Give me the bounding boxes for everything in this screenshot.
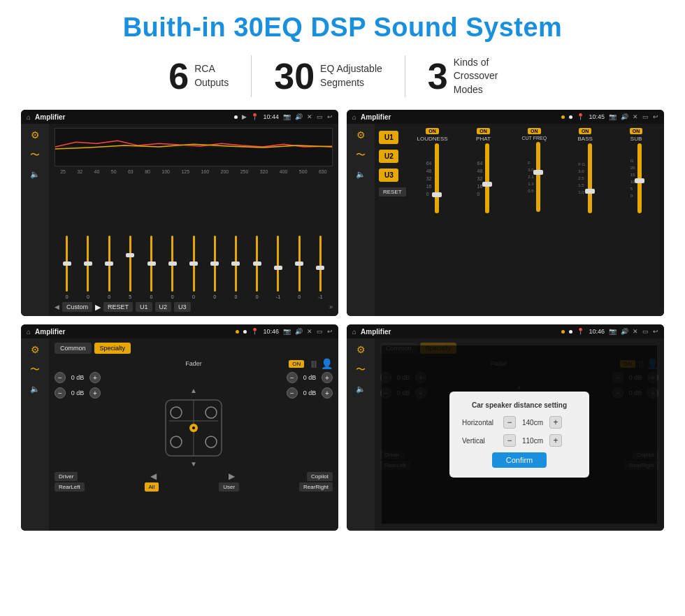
phat-track[interactable] — [485, 143, 489, 213]
volume-icon-4: 🔊 — [621, 328, 628, 335]
right-bottom-plus[interactable]: + — [322, 387, 333, 399]
eq-slider-11: -1 — [268, 236, 287, 299]
eq-custom-btn[interactable]: Custom — [62, 302, 92, 312]
dot-white-3 — [243, 330, 247, 334]
confirm-button[interactable]: Confirm — [492, 452, 547, 468]
bass-thumb[interactable] — [585, 189, 595, 194]
back-icon-4[interactable]: ↩ — [653, 328, 658, 335]
driver-btn[interactable]: Driver — [55, 472, 78, 481]
eq-thumb-2[interactable] — [84, 262, 92, 266]
eq-thumb-4[interactable] — [126, 253, 134, 257]
left-bottom-minus[interactable]: − — [55, 387, 66, 399]
home-icon[interactable]: ⌂ — [27, 113, 31, 121]
eq-slider-6: 0 — [163, 236, 182, 299]
crossover-sidebar-icon3[interactable]: 🔈 — [356, 170, 366, 179]
eq-slider-2: 0 — [78, 236, 97, 299]
vertical-plus-btn[interactable]: + — [549, 434, 562, 447]
distance-sidebar-icon1[interactable]: ⚙ — [356, 344, 366, 355]
channel-phat: ON PHAT 644832160 — [460, 128, 507, 312]
back-icon-2[interactable]: ↩ — [653, 113, 658, 120]
loudness-scale: 644832160 — [426, 161, 432, 196]
back-icon-3[interactable]: ↩ — [327, 328, 333, 335]
eq-u2-btn[interactable]: U2 — [155, 302, 172, 312]
fader-sidebar-icon2[interactable]: 〜 — [30, 364, 40, 376]
dialog-horizontal-row: Horizontal − 140cm + — [462, 416, 577, 429]
eq-thumb-1[interactable] — [63, 262, 71, 266]
eq-thumb-7[interactable] — [189, 262, 198, 266]
sub-track[interactable] — [637, 143, 642, 213]
eq-double-arrow[interactable]: » — [329, 303, 333, 310]
crossover-sidebar-icon1[interactable]: ⚙ — [356, 129, 366, 141]
left-top-minus[interactable]: − — [55, 372, 66, 383]
home-icon-4[interactable]: ⌂ — [352, 328, 356, 336]
rear-left-btn[interactable]: RearLeft — [55, 482, 85, 492]
sub-thumb[interactable] — [635, 178, 644, 183]
eq-play-btn[interactable]: ▶ — [95, 303, 101, 312]
u2-button[interactable]: U2 — [379, 150, 398, 163]
fader-tab-specialty[interactable]: Specialty — [94, 343, 131, 354]
left-arrow-btn[interactable]: ◀ — [150, 471, 157, 481]
battery-icon: ▭ — [317, 113, 323, 120]
distance-sidebar-icon2[interactable]: 〜 — [356, 364, 366, 376]
all-btn[interactable]: All — [145, 482, 159, 492]
crossover-sidebar-icon2[interactable]: 〜 — [356, 149, 366, 162]
eq-thumb-12[interactable] — [295, 262, 303, 266]
cutfreq-on-badge[interactable]: ON — [528, 128, 541, 134]
loudness-on-badge[interactable]: ON — [426, 128, 439, 134]
eq-main-content: 253240 506380 100125160 200250320 400500… — [49, 124, 338, 316]
cutfreq-thumb[interactable] — [533, 170, 543, 175]
eq-thumb-5[interactable] — [147, 262, 156, 266]
left-bottom-plus[interactable]: + — [89, 387, 101, 399]
eq-prev-arrow[interactable]: ◀ — [55, 303, 59, 310]
home-icon-2[interactable]: ⌂ — [352, 113, 356, 121]
cutfreq-track[interactable] — [536, 142, 540, 212]
fader-tab-common[interactable]: Common — [55, 343, 92, 354]
eq-reset-btn[interactable]: RESET — [103, 302, 133, 312]
loudness-thumb[interactable] — [432, 192, 442, 197]
eq-u1-btn[interactable]: U1 — [136, 302, 152, 312]
eq-u3-btn[interactable]: U3 — [174, 302, 191, 312]
sub-on-badge[interactable]: ON — [630, 128, 643, 134]
loudness-track[interactable] — [435, 143, 439, 213]
fader-sidebar-icon1[interactable]: ⚙ — [31, 344, 40, 355]
right-arrow-btn[interactable]: ▶ — [229, 471, 235, 481]
eq-sidebar-eq-icon[interactable]: ⚙ — [31, 129, 40, 141]
eq-sidebar-speaker-icon[interactable]: 🔈 — [30, 170, 40, 179]
eq-thumb-3[interactable] — [105, 262, 113, 266]
eq-thumb-6[interactable] — [168, 262, 177, 266]
u1-button[interactable]: U1 — [379, 131, 398, 144]
user-btn[interactable]: User — [219, 482, 239, 492]
right-bottom-minus[interactable]: − — [287, 387, 298, 399]
phat-on-badge[interactable]: ON — [477, 128, 490, 134]
fader-left-sidebar: ⚙ 〜 🔈 — [21, 338, 49, 531]
bass-track[interactable] — [588, 143, 592, 213]
eq-thumb-11[interactable] — [274, 266, 282, 270]
phat-thumb[interactable] — [482, 182, 492, 187]
eq-thumb-8[interactable] — [210, 262, 219, 266]
back-icon-1[interactable]: ↩ — [327, 113, 333, 120]
channel-sub: ON SUB G20151050 — [612, 128, 660, 312]
eq-sidebar-wave-icon[interactable]: 〜 — [30, 149, 40, 162]
x-icon-4: ✕ — [633, 328, 638, 335]
distance-sidebar-icon3[interactable]: 🔈 — [356, 385, 366, 394]
fader-on-badge[interactable]: ON — [289, 360, 304, 368]
svg-point-7 — [206, 436, 217, 447]
u-buttons: U1 U2 U3 RESET — [379, 128, 406, 312]
loudness-slider-group: 644832160 — [426, 143, 439, 213]
eq-thumb-13[interactable] — [316, 266, 324, 270]
left-top-plus[interactable]: + — [89, 372, 101, 383]
u3-button[interactable]: U3 — [379, 169, 398, 182]
bass-on-badge[interactable]: ON — [579, 128, 592, 134]
fader-sidebar-icon3[interactable]: 🔈 — [30, 385, 40, 394]
eq-thumb-10[interactable] — [253, 262, 261, 266]
eq-thumb-9[interactable] — [231, 262, 240, 266]
right-top-minus[interactable]: − — [287, 372, 298, 383]
home-icon-3[interactable]: ⌂ — [27, 328, 31, 336]
horizontal-minus-btn[interactable]: − — [503, 416, 516, 429]
right-top-plus[interactable]: + — [322, 372, 333, 383]
horizontal-plus-btn[interactable]: + — [549, 416, 562, 429]
vertical-minus-btn[interactable]: − — [503, 434, 516, 447]
crossover-reset-btn[interactable]: RESET — [379, 187, 406, 196]
rear-right-btn[interactable]: RearRight — [299, 482, 333, 492]
copilot-btn[interactable]: Copilot — [307, 472, 333, 481]
